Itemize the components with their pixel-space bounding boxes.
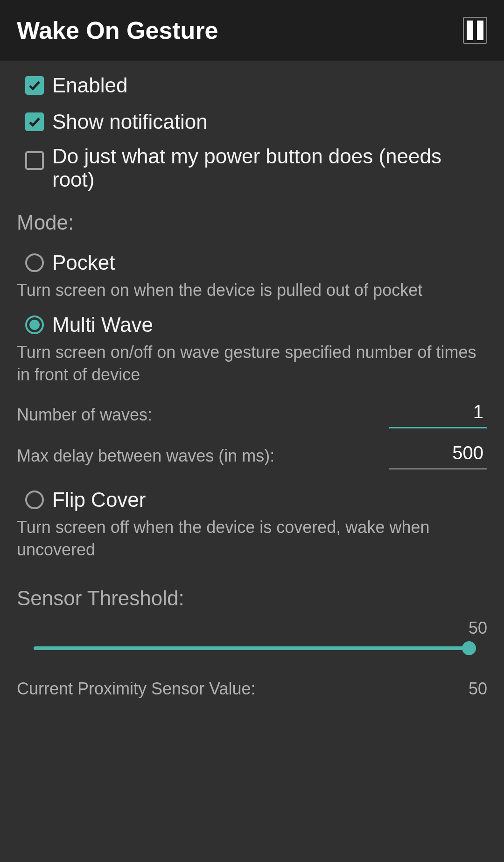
checkbox-notification-label: Show notification [52,110,208,133]
proximity-value: 50 [469,679,487,699]
slider-thumb[interactable] [462,641,476,655]
radio-dot-icon [29,320,40,330]
checkbox-show-notification[interactable] [25,112,44,131]
sensor-threshold-value: 50 [17,615,487,638]
radio-multiwave-desc: Turn screen on/off on wave gesture speci… [17,339,487,394]
proximity-row: Current Proximity Sensor Value: 50 [17,659,487,699]
radio-multiwave-label: Multi Wave [52,313,153,336]
radio-flipcover[interactable] [25,491,44,509]
pause-icon [477,21,483,40]
radio-pocket-desc: Turn screen on when the device is pulled… [17,277,487,309]
max-delay-row: Max delay between waves (in ms): [17,435,487,476]
mode-section-label: Mode: [17,198,487,239]
radio-pocket-row[interactable]: Pocket [17,239,487,277]
radio-flipcover-label: Flip Cover [52,488,146,512]
radio-multiwave-row[interactable]: Multi Wave [17,309,487,339]
pause-icon [467,21,473,40]
settings-content: Enabled Show notification Do just what m… [0,61,504,699]
radio-pocket-label: Pocket [52,251,115,274]
pause-button[interactable] [463,17,487,44]
radio-flipcover-desc: Turn screen off when the device is cover… [17,514,487,569]
radio-pocket[interactable] [25,253,44,272]
sensor-threshold-slider[interactable] [17,638,487,659]
max-delay-input[interactable] [389,440,487,470]
radio-flipcover-row[interactable]: Flip Cover [17,476,487,514]
check-icon [28,115,42,129]
number-of-waves-label: Number of waves: [17,405,152,428]
check-icon [28,78,42,92]
slider-track [34,646,470,650]
proximity-label: Current Proximity Sensor Value: [17,679,256,699]
checkbox-notification-row[interactable]: Show notification [17,104,487,140]
checkbox-power-button-row[interactable]: Do just what my power button does (needs… [17,140,487,198]
app-bar: Wake On Gesture [0,0,504,61]
app-title: Wake On Gesture [17,16,218,44]
max-delay-label: Max delay between waves (in ms): [17,446,274,470]
checkbox-power-button[interactable] [25,151,44,170]
checkbox-power-button-label: Do just what my power button does (needs… [52,145,479,191]
sensor-threshold-label: Sensor Threshold: [17,569,487,615]
checkbox-enabled-row[interactable]: Enabled [17,67,487,104]
number-of-waves-row: Number of waves: [17,394,487,435]
checkbox-enabled-label: Enabled [52,74,127,97]
number-of-waves-input[interactable] [389,399,487,428]
radio-multiwave[interactable] [25,315,44,334]
checkbox-enabled[interactable] [25,76,44,95]
